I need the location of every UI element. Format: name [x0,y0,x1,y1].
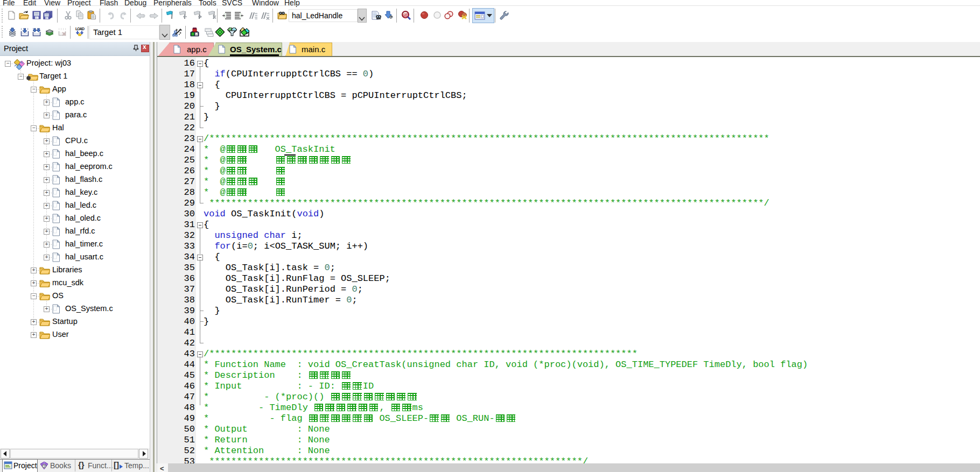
svg-text:?: ? [43,464,45,468]
svg-text:@: @ [403,11,408,18]
